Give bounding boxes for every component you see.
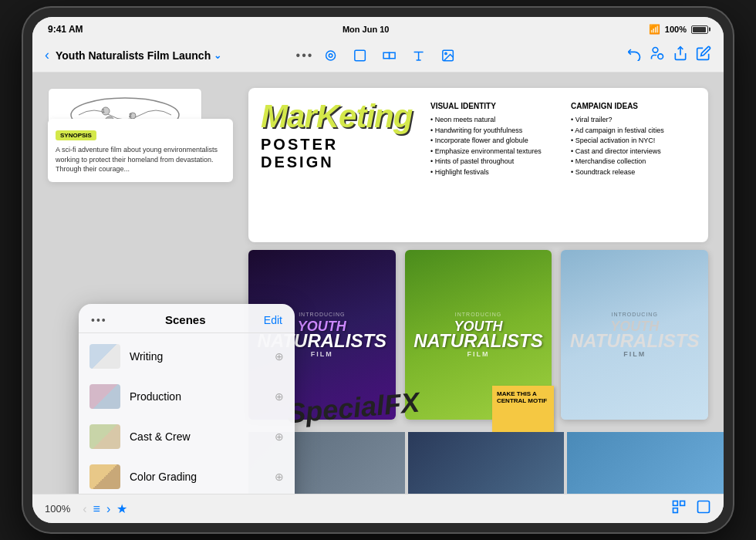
prev-page-button[interactable]: ‹ [83, 502, 86, 516]
svg-text:2: 2 [129, 113, 132, 118]
status-time: 9:41 AM [48, 24, 83, 35]
svg-rect-2 [355, 50, 366, 61]
poster-subtitle-1: FILM [311, 350, 333, 358]
thumbnail-2[interactable] [408, 432, 565, 494]
poster-label-1: INTRODUCING [299, 312, 345, 317]
panel-title: Scenes [165, 313, 206, 326]
visual-identity-items: • Neon meets natural • Handwriting for y… [430, 115, 555, 177]
panel-header: ••• Scenes Edit [79, 304, 295, 333]
scene-thumb-writing [89, 344, 120, 369]
scene-chevron-cast: ⊕ [275, 430, 284, 443]
nav-center-tools: ••• [296, 43, 461, 68]
status-date: Mon Jun 10 [343, 25, 390, 34]
scene-item-cast[interactable]: Cast & Crew ⊕ [79, 417, 295, 457]
scene-chevron-production: ⊕ [275, 390, 284, 403]
next-page-button[interactable]: › [106, 502, 110, 516]
scene-name-writing: Writing [130, 350, 265, 363]
bottom-toolbar: 100% ‹ ≡ › ★ [32, 494, 724, 523]
status-right: 📶 100% [649, 24, 708, 35]
back-button[interactable]: ‹ [45, 47, 49, 63]
toolbar-more-dots[interactable]: ••• [296, 49, 314, 62]
poster-subtitle-2: FILM [467, 350, 490, 358]
tool-text[interactable] [406, 43, 430, 68]
poster-label-2: INTRODUCING [455, 312, 501, 317]
scene-thumb-color [89, 464, 120, 489]
toolbar-nav-buttons: ‹ ≡ › ★ [83, 501, 127, 516]
wifi-icon: 📶 [649, 24, 660, 35]
poster-title-2: YOUTHNATURALISTS [413, 320, 543, 349]
poster-subtitle-3: FILM [623, 350, 646, 358]
edit-button[interactable] [696, 46, 711, 65]
svg-rect-16 [673, 501, 678, 506]
top-nav: ‹ Youth Naturalists Film Launch ⌄ ••• [32, 39, 724, 73]
scene-chevron-writing: ⊕ [275, 350, 284, 363]
synopsis-badge: SYNOPSIS [56, 130, 96, 140]
tool-shape[interactable] [347, 43, 372, 68]
poster-title-3: YOUTHNATURALISTS [570, 320, 700, 349]
sticky-note-text: MAKE THIS A CENTRAL MOTIF [497, 390, 547, 404]
synopsis-text: A sci-fi adventure film about young envi… [56, 145, 225, 174]
svg-rect-17 [680, 501, 685, 506]
ipad-frame: 9:41 AM Mon Jun 10 📶 100% ‹ Youth Natura… [23, 8, 733, 532]
arrange-button[interactable] [671, 499, 687, 518]
scene-name-production: Production [130, 390, 265, 403]
poster-label-3: INTRODUCING [611, 312, 657, 317]
svg-point-0 [326, 51, 335, 60]
scene-thumb-cast [89, 424, 120, 449]
document-title: Youth Naturalists Film Launch [56, 49, 211, 62]
bookmark-button[interactable]: ★ [116, 501, 127, 516]
campaign-ideas-items: • Viral trailer? • Ad campaign in festiv… [571, 115, 696, 177]
undo-button[interactable] [626, 46, 642, 65]
tool-pen[interactable] [318, 43, 343, 68]
poster-content-blue: INTRODUCING YOUTHNATURALISTS FILM [561, 250, 708, 420]
thumbnail-3[interactable] [567, 432, 724, 494]
zoom-level[interactable]: 100% [45, 503, 70, 515]
svg-point-6 [445, 52, 447, 54]
zoom-fit-button[interactable] [696, 499, 711, 518]
visual-identity-section: VISUAL IDENTITY • Neon meets natural • H… [430, 100, 555, 177]
scene-name-cast: Cast & Crew [130, 430, 265, 443]
svg-rect-4 [389, 52, 395, 59]
status-bar: 9:41 AM Mon Jun 10 📶 100% [32, 17, 724, 39]
battery-pct: 100% [665, 25, 687, 34]
svg-point-8 [658, 54, 663, 59]
svg-rect-3 [383, 52, 390, 59]
ipad-screen: 9:41 AM Mon Jun 10 📶 100% ‹ Youth Natura… [32, 17, 724, 523]
scene-item-writing[interactable]: Writing ⊕ [79, 336, 295, 376]
sticky-note: MAKE THIS A CENTRAL MOTIF [492, 386, 554, 432]
scenes-panel: ••• Scenes Edit Writing ⊕ Production ⊕ [79, 304, 295, 494]
canvas-area[interactable]: 1 2 SYNOPSIS A sci-fi adventure film abo… [32, 73, 724, 494]
share-button[interactable] [673, 46, 688, 65]
tool-objects[interactable] [376, 43, 401, 68]
campaign-ideas-section: CAMPAIGN IDEAS • Viral trailer? • Ad cam… [571, 100, 696, 177]
svg-rect-18 [673, 508, 678, 513]
marketing-section[interactable]: MarKeting POSTER DESIGN VISUAL IDENTITY … [248, 88, 708, 242]
toolbar-right-tools [671, 499, 711, 518]
scene-item-production[interactable]: Production ⊕ [79, 376, 295, 417]
collaborate-button[interactable] [650, 46, 665, 65]
svg-text:1: 1 [102, 108, 105, 113]
visual-identity-heading: VISUAL IDENTITY [430, 100, 555, 112]
panel-edit-button[interactable]: Edit [264, 314, 282, 326]
marketing-title-area: MarKeting POSTER DESIGN [261, 100, 415, 171]
scene-chevron-color: ⊕ [275, 471, 284, 483]
bottom-thumbnails [248, 432, 724, 494]
synopsis-card: SYNOPSIS A sci-fi adventure film about y… [48, 119, 233, 182]
campaign-ideas-heading: CAMPAIGN IDEAS [571, 100, 696, 112]
marketing-title: MarKeting [261, 100, 415, 133]
nav-title: Youth Naturalists Film Launch ⌄ [56, 49, 221, 62]
battery-icon [691, 25, 708, 34]
poster-card-blue[interactable]: INTRODUCING YOUTHNATURALISTS FILM [561, 250, 708, 420]
svg-point-7 [653, 48, 658, 53]
poster-design-text: POSTER DESIGN [261, 136, 415, 171]
title-chevron-icon[interactable]: ⌄ [214, 50, 221, 61]
scene-name-color: Color Grading [130, 471, 265, 483]
svg-point-1 [329, 53, 332, 57]
scene-thumb-production [89, 384, 120, 409]
scene-list: Writing ⊕ Production ⊕ Cast & Crew ⊕ [79, 333, 295, 494]
page-list-button[interactable]: ≡ [93, 502, 100, 516]
tool-media[interactable] [435, 43, 460, 68]
panel-more-dots[interactable]: ••• [91, 314, 107, 326]
svg-rect-19 [698, 501, 710, 513]
scene-item-color[interactable]: Color Grading ⊕ [79, 457, 295, 494]
